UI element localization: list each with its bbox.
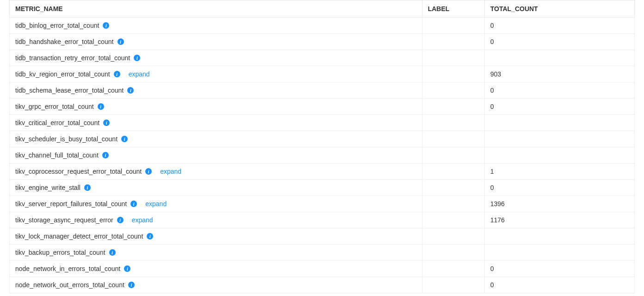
table-row: tikv_backup_errors_total_count <box>10 245 635 261</box>
label-cell <box>422 245 484 261</box>
metric-name-text: tidb_transaction_retry_error_total_count <box>15 54 130 62</box>
total-count-cell: 903 <box>484 66 634 82</box>
table-row: tidb_handshake_error_total_count0 <box>10 34 635 50</box>
info-icon[interactable] <box>124 265 130 272</box>
metric-name-text: tidb_schema_lease_error_total_count <box>15 87 124 94</box>
metric-name-text: node_network_out_errors_total_count <box>15 281 124 289</box>
metric-name-cell: tikv_lock_manager_detect_error_total_cou… <box>10 228 422 245</box>
metric-name-text: tikv_scheduler_is_busy_total_count <box>15 135 118 143</box>
total-count-cell: 0 <box>484 82 634 99</box>
metric-name-text: tidb_kv_region_error_total_count <box>15 70 110 78</box>
metric-name-cell: tikv_channel_full_total_count <box>10 147 422 164</box>
total-count-cell: 1176 <box>484 212 634 228</box>
label-cell <box>422 99 484 115</box>
metric-name-text: tikv_backup_errors_total_count <box>15 249 105 256</box>
label-cell <box>422 180 484 196</box>
metric-name-text: tikv_channel_full_total_count <box>15 151 99 159</box>
label-cell <box>422 50 484 66</box>
info-icon[interactable] <box>98 103 104 110</box>
metric-name-cell: tidb_transaction_retry_error_total_count <box>10 50 422 66</box>
info-icon[interactable] <box>145 168 152 175</box>
info-icon[interactable] <box>127 87 134 94</box>
metric-name-text: tidb_handshake_error_total_count <box>15 38 114 45</box>
total-count-cell: 0 <box>484 99 634 115</box>
label-cell <box>422 228 484 245</box>
label-cell <box>422 212 484 228</box>
metric-name-cell: tidb_schema_lease_error_total_count <box>10 82 422 99</box>
total-count-cell: 0 <box>484 34 634 50</box>
label-cell <box>422 261 484 277</box>
label-cell <box>422 18 484 34</box>
info-icon[interactable] <box>130 201 137 207</box>
info-icon[interactable] <box>109 249 116 256</box>
table-row: tikv_engine_write_stall0 <box>10 180 635 196</box>
label-cell <box>422 131 484 147</box>
label-cell <box>422 34 484 50</box>
total-count-cell <box>484 115 634 131</box>
metric-name-text: tikv_coprocessor_request_error_total_cou… <box>15 168 142 175</box>
metric-name-cell: tikv_critical_error_total_count <box>10 115 422 131</box>
table-row: tikv_coprocessor_request_error_total_cou… <box>10 164 635 180</box>
metric-name-cell: tidb_binlog_error_total_count <box>10 18 422 34</box>
table-row: tikv_server_report_failures_total_counte… <box>10 196 635 212</box>
table-row: node_network_out_errors_total_count0 <box>10 277 635 293</box>
info-icon[interactable] <box>102 152 109 158</box>
info-icon[interactable] <box>103 22 109 29</box>
table-row: tidb_schema_lease_error_total_count0 <box>10 82 635 99</box>
info-icon[interactable] <box>118 38 124 45</box>
metric-name-cell: tikv_storage_async_request_errorexpand <box>10 212 422 228</box>
table-row: tikv_critical_error_total_count <box>10 115 635 131</box>
expand-link[interactable]: expand <box>160 168 181 175</box>
label-cell <box>422 196 484 212</box>
metric-name-text: tikv_lock_manager_detect_error_total_cou… <box>15 233 143 240</box>
info-icon[interactable] <box>114 71 120 77</box>
metric-name-cell: tikv_grpc_error_total_count <box>10 99 422 115</box>
info-icon[interactable] <box>121 136 128 142</box>
info-icon[interactable] <box>128 282 135 288</box>
expand-link[interactable]: expand <box>132 216 153 224</box>
metric-name-text: tidb_binlog_error_total_count <box>15 22 99 29</box>
table-row: tikv_scheduler_is_busy_total_count <box>10 131 635 147</box>
table-row: tikv_storage_async_request_errorexpand11… <box>10 212 635 228</box>
expand-link[interactable]: expand <box>129 70 150 78</box>
label-cell <box>422 66 484 82</box>
column-header-total-count: TOTAL_COUNT <box>484 0 634 18</box>
total-count-cell <box>484 50 634 66</box>
label-cell <box>422 115 484 131</box>
total-count-cell: 0 <box>484 180 634 196</box>
label-cell <box>422 82 484 99</box>
info-icon[interactable] <box>117 217 124 223</box>
metric-name-cell: node_network_in_errors_total_count <box>10 261 422 277</box>
info-icon[interactable] <box>103 120 110 126</box>
label-cell <box>422 147 484 164</box>
metric-name-cell: tikv_backup_errors_total_count <box>10 245 422 261</box>
total-count-cell: 0 <box>484 261 634 277</box>
metric-name-text: tikv_engine_write_stall <box>15 184 80 191</box>
info-icon[interactable] <box>147 233 153 239</box>
total-count-cell <box>484 228 634 245</box>
total-count-cell: 0 <box>484 277 634 293</box>
table-row: tikv_lock_manager_detect_error_total_cou… <box>10 228 635 245</box>
metrics-table: METRIC_NAME LABEL TOTAL_COUNT tidb_binlo… <box>9 0 635 293</box>
table-row: node_network_in_errors_total_count0 <box>10 261 635 277</box>
column-header-label: LABEL <box>422 0 484 18</box>
label-cell <box>422 277 484 293</box>
metric-name-cell: tikv_coprocessor_request_error_total_cou… <box>10 164 422 180</box>
table-header-row: METRIC_NAME LABEL TOTAL_COUNT <box>10 0 635 18</box>
expand-link[interactable]: expand <box>145 200 167 208</box>
total-count-cell <box>484 131 634 147</box>
metric-name-text: tikv_critical_error_total_count <box>15 119 99 126</box>
metric-name-cell: tikv_engine_write_stall <box>10 180 422 196</box>
metric-name-cell: tikv_server_report_failures_total_counte… <box>10 196 422 212</box>
info-icon[interactable] <box>84 184 91 191</box>
metric-name-text: tikv_server_report_failures_total_count <box>15 200 127 208</box>
metric-name-cell: tidb_handshake_error_total_count <box>10 34 422 50</box>
column-header-metric-name: METRIC_NAME <box>10 0 422 18</box>
info-icon[interactable] <box>134 55 140 61</box>
metric-name-cell: node_network_out_errors_total_count <box>10 277 422 293</box>
metric-name-text: tikv_storage_async_request_error <box>15 216 113 224</box>
total-count-cell: 0 <box>484 18 634 34</box>
metric-name-text: node_network_in_errors_total_count <box>15 265 120 272</box>
label-cell <box>422 164 484 180</box>
total-count-cell <box>484 147 634 164</box>
